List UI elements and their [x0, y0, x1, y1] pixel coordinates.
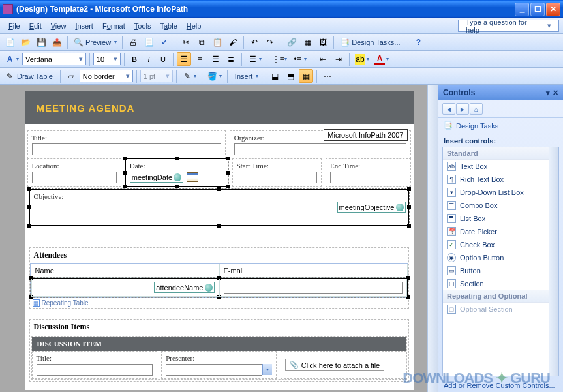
chevron-down-icon[interactable]: ▾ [262, 364, 272, 375]
save-button[interactable]: 💾 [34, 35, 48, 49]
field-date[interactable]: Date: meetingDate [125, 158, 228, 187]
increase-indent-button[interactable]: ⇥ [331, 52, 346, 66]
font-color-button[interactable]: A [373, 52, 391, 66]
nav-home-button[interactable]: ⌂ [470, 103, 483, 115]
attendee-email-input[interactable] [224, 282, 403, 294]
control-combo-box[interactable]: ☰Combo Box [443, 199, 558, 212]
font-size-selector[interactable]: 10▾ [93, 53, 121, 65]
meetingdate-field-tag[interactable]: meetingDate [130, 172, 183, 183]
control-optional-section[interactable]: ▢Optional Section [443, 303, 558, 316]
menu-help[interactable]: Help [182, 20, 206, 32]
menu-file[interactable]: File [4, 20, 25, 32]
align-right-button[interactable]: ☰ [208, 52, 222, 66]
undo-button[interactable]: ↶ [247, 35, 262, 49]
font-selector[interactable]: Verdana▾ [22, 53, 86, 65]
menu-table[interactable]: Table [155, 20, 181, 32]
organizer-input[interactable] [234, 143, 406, 155]
format-painter-button[interactable]: 🖌 [226, 35, 240, 49]
style-dropdown[interactable]: A [3, 52, 21, 66]
border-style-selector[interactable]: No border▾ [80, 70, 133, 82]
highlight-button[interactable]: ab [353, 52, 371, 66]
disc-field-presenter[interactable]: Presenter: ▾ [161, 351, 277, 379]
minimize-button[interactable]: _ [515, 3, 529, 16]
spellcheck-button[interactable]: ✓ [157, 35, 172, 49]
control-dropdown-list[interactable]: ▾Drop-Down List Box [443, 186, 558, 199]
italic-button[interactable]: I [142, 52, 155, 66]
list-scrollbar[interactable] [549, 147, 558, 376]
start-input[interactable] [237, 172, 317, 183]
split-cells-button[interactable]: ⬒ [283, 69, 297, 83]
print-button[interactable]: 🖨 [126, 35, 140, 49]
border-width-selector[interactable]: 1 pt▾ [140, 70, 173, 82]
merge-cells-button[interactable]: ⬓ [267, 69, 282, 83]
redo-button[interactable]: ↷ [263, 35, 277, 49]
toggle-grid-button[interactable]: ▦ [299, 69, 313, 83]
control-rich-text-box[interactable]: ¶Rich Text Box [443, 173, 558, 186]
menu-insert[interactable]: Insert [70, 20, 98, 32]
control-list-box[interactable]: ≣List Box [443, 212, 558, 225]
numbered-list-button[interactable]: ⋮≡ [271, 52, 289, 66]
control-check-box[interactable]: ✓Check Box [443, 238, 558, 251]
field-start-time[interactable]: Start Time: [232, 158, 322, 187]
open-button[interactable]: 📂 [18, 35, 33, 49]
align-justify-button[interactable]: ≣ [224, 52, 238, 66]
field-end-time[interactable]: End Time: [326, 158, 411, 187]
field-location[interactable]: Location: [27, 158, 121, 187]
end-input[interactable] [330, 172, 406, 183]
attendees-row[interactable]: attendeeName [31, 278, 408, 297]
table-properties-button[interactable]: ⋯ [320, 69, 335, 83]
print-preview-button[interactable]: 📃 [142, 35, 156, 49]
insert-dropdown[interactable]: Insert [231, 69, 261, 83]
location-input[interactable] [32, 172, 117, 183]
design-surface[interactable]: MEETING AGENDA Title: Organizer: Microso… [0, 85, 438, 392]
preview-button[interactable]: 🔍Preview▾ [71, 35, 119, 49]
line-spacing-button[interactable]: ☰ [245, 52, 264, 66]
align-center-button[interactable]: ≡ [192, 52, 207, 66]
new-button[interactable]: 📄 [3, 35, 17, 49]
draw-table-button[interactable]: ✎Draw Table [3, 69, 57, 83]
menu-tools[interactable]: Tools [130, 20, 156, 32]
paste-button[interactable]: 📋 [210, 35, 224, 49]
design-tasks-link[interactable]: 📑Design Tasks [438, 118, 563, 133]
design-tasks-button[interactable]: 📑Design Tasks... [337, 35, 404, 49]
decrease-indent-button[interactable]: ⇤ [316, 52, 330, 66]
help-search-input[interactable]: Type a question for help ▾ [458, 20, 559, 32]
control-section[interactable]: ▢Section [443, 277, 558, 290]
nav-forward-button[interactable]: ► [456, 103, 469, 115]
publish-button[interactable]: 📤 [50, 35, 64, 49]
meetingobjective-field-tag[interactable]: meetingObjective [337, 202, 406, 213]
disc-field-attach[interactable]: 📎Click here to attach a file [281, 351, 406, 379]
menu-format[interactable]: Format [98, 20, 130, 32]
maximize-button[interactable]: ☐ [530, 3, 545, 16]
eraser-button[interactable]: ▱ [64, 69, 78, 83]
copy-button[interactable]: ⧉ [194, 35, 209, 49]
custom-controls-link[interactable]: Add or Remove Custom Controls... [438, 379, 563, 392]
align-left-button[interactable]: ☰ [177, 52, 191, 66]
calendar-icon[interactable] [187, 172, 198, 182]
help-button[interactable]: ? [412, 35, 426, 49]
bold-button[interactable]: B [128, 52, 141, 66]
nav-back-button[interactable]: ◄ [442, 103, 455, 115]
disc-field-title[interactable]: Title: [32, 351, 158, 379]
field-title[interactable]: Title: [27, 130, 226, 158]
menu-view[interactable]: View [46, 20, 71, 32]
vertical-scrollbar[interactable] [427, 85, 438, 392]
title-input[interactable] [32, 143, 221, 155]
field-objective[interactable]: Objective: meetingObjective [29, 189, 409, 226]
attach-file-button[interactable]: 📎Click here to attach a file [285, 359, 384, 371]
attendeename-field-tag[interactable]: attendeeName [154, 282, 214, 293]
insert-picture-button[interactable]: 🖼 [316, 35, 330, 49]
control-button[interactable]: ▭Button [443, 264, 558, 277]
underline-button[interactable]: U [157, 52, 170, 66]
control-date-picker[interactable]: 📅Date Picker [443, 225, 558, 238]
shading-button[interactable]: 🪣 [205, 69, 224, 83]
repeating-table-label[interactable]: ▦Repeating Table [30, 298, 408, 308]
disc-title-input[interactable] [37, 364, 153, 376]
disc-presenter-input[interactable] [166, 364, 262, 376]
hyperlink-button[interactable]: 🔗 [284, 35, 299, 49]
cut-button[interactable]: ✂ [179, 35, 193, 49]
close-pane-button[interactable]: ✕ [553, 89, 558, 97]
bullet-list-button[interactable]: •≡ [290, 52, 309, 66]
control-text-box[interactable]: abText Box [443, 160, 558, 173]
field-organizer[interactable]: Organizer: Microsoft InfoPath 2007 [230, 130, 411, 158]
